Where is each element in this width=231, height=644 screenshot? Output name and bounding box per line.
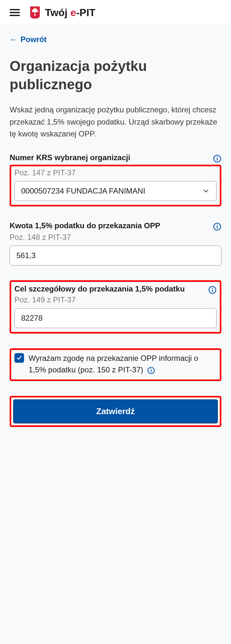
app-logo-text: Twój e-PIT <box>45 7 96 19</box>
consent-text: Wyrażam zgodę na przekazanie OPP informa… <box>29 352 217 376</box>
main-content: ← Powrót Organizacja pożytku publicznego… <box>0 25 231 437</box>
submit-button[interactable]: Zatwierdź <box>13 399 218 423</box>
consent-checkbox[interactable] <box>14 353 24 363</box>
purpose-caption: Poz. 149 z PIT-37 <box>14 295 217 304</box>
amount-caption: Poz. 148 z PIT-37 <box>10 233 221 242</box>
amount-input[interactable] <box>10 246 221 265</box>
svg-point-1 <box>217 157 218 158</box>
consent-highlight-box: Wyrażam zgodę na przekazanie OPP informa… <box>10 348 221 381</box>
info-icon[interactable] <box>213 154 221 163</box>
svg-rect-2 <box>217 158 218 161</box>
svg-point-7 <box>212 288 213 289</box>
info-icon[interactable] <box>147 367 155 374</box>
krs-label: Numer KRS wybranej organizacji <box>10 153 213 162</box>
chevron-down-icon <box>202 187 210 195</box>
purpose-input[interactable] <box>14 308 217 328</box>
svg-point-10 <box>151 369 152 370</box>
info-icon[interactable] <box>213 222 221 231</box>
svg-point-4 <box>217 225 218 226</box>
krs-highlight-box: Poz. 147 z PIT-37 0000507234 FUNDACJA FA… <box>10 165 221 206</box>
krs-value: 0000507234 FUNDACJA FANIMANI <box>21 187 145 196</box>
eagle-emblem-icon <box>29 6 41 19</box>
submit-highlight-box: Zatwierdź <box>10 396 221 427</box>
check-icon <box>16 355 22 361</box>
app-header: Twój e-PIT <box>0 0 231 25</box>
back-button[interactable]: ← Powrót <box>10 35 47 44</box>
page-title: Organizacja pożytku publicznego <box>10 57 221 93</box>
purpose-label: Cel szczegółowy do przekazania 1,5% poda… <box>14 284 208 293</box>
info-icon[interactable] <box>208 286 217 294</box>
intro-text: Wskaż jedną organizację pożytku publiczn… <box>10 104 221 140</box>
krs-caption: Poz. 147 z PIT-37 <box>14 168 217 177</box>
krs-select[interactable]: 0000507234 FUNDACJA FANIMANI <box>14 181 217 201</box>
purpose-highlight-box: Cel szczegółowy do przekazania 1,5% poda… <box>10 280 221 334</box>
amount-label: Kwota 1,5% podatku do przekazania OPP <box>10 221 213 230</box>
back-label: Powrót <box>21 35 47 44</box>
arrow-left-icon: ← <box>10 35 17 44</box>
svg-rect-5 <box>217 226 218 229</box>
menu-icon[interactable] <box>10 9 20 16</box>
svg-rect-11 <box>151 370 151 372</box>
svg-rect-8 <box>212 289 213 292</box>
